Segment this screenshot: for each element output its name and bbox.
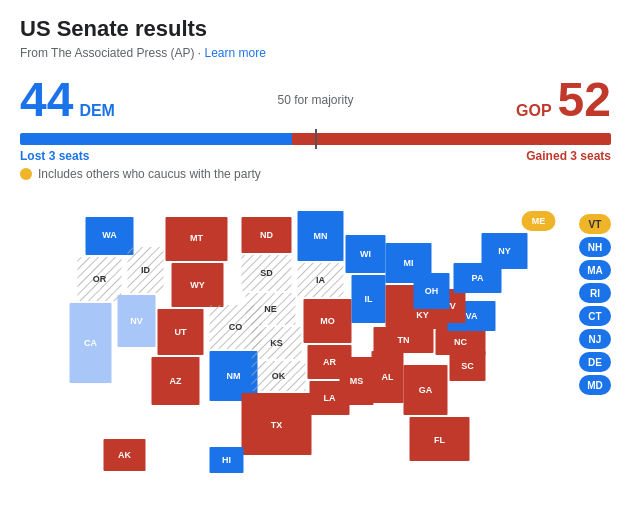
state-WI[interactable] [346,235,386,273]
majority-line [315,129,317,149]
state-MN[interactable] [298,211,344,261]
state-CA[interactable] [70,303,112,383]
state-NE[interactable] [246,293,296,325]
score-row: 44 DEM 50 for majority GOP 52 [20,72,611,127]
state-MT[interactable] [166,217,228,261]
gop-score: GOP 52 [516,72,611,127]
state-NV[interactable] [118,295,156,347]
gop-seats-label: Gained 3 seats [526,149,611,163]
state-DE-pill[interactable]: DE [579,352,611,372]
state-IA[interactable] [298,263,344,297]
state-SC[interactable] [450,351,486,381]
dem-seats-label: Lost 3 seats [20,149,89,163]
state-MI[interactable] [386,243,432,283]
state-MA-pill[interactable]: MA [579,260,611,280]
state-AZ[interactable] [152,357,200,405]
legend-text: Includes others who caucus with the part… [38,167,261,181]
state-GA[interactable] [404,365,448,415]
state-FL[interactable] [410,417,470,461]
state-WA[interactable] [86,217,134,255]
state-NJ-pill[interactable]: NJ [579,329,611,349]
majority-label: 50 for majority [277,93,353,107]
source-text: From The Associated Press (AP) · [20,46,205,60]
legend-dot-icon [20,168,32,180]
state-UT[interactable] [158,309,204,355]
state-IL[interactable] [352,275,386,323]
gop-bar [292,133,611,145]
state-TX[interactable] [242,393,312,455]
state-TN[interactable] [374,327,434,353]
us-map: WA OR CA ID NV MT WY UT AZ [20,189,611,499]
state-SD[interactable] [242,255,292,291]
state-MO[interactable] [304,299,352,343]
state-OR[interactable] [78,257,122,301]
state-NY[interactable] [482,233,528,269]
state-HI[interactable] [210,447,244,473]
state-ID[interactable] [128,247,164,293]
learn-more-link[interactable]: Learn more [205,46,266,60]
seats-row: Lost 3 seats Gained 3 seats [20,149,611,163]
state-NH-pill[interactable]: NH [579,237,611,257]
page-container: US Senate results From The Associated Pr… [20,16,611,499]
gop-label: GOP [516,102,552,120]
state-CT-pill[interactable]: CT [579,306,611,326]
dem-score: 44 DEM [20,72,115,127]
state-MS[interactable] [340,357,374,405]
eastern-states-list: VT NH MA RI CT NJ DE MD [579,209,611,395]
legend: Includes others who caucus with the part… [20,167,611,181]
state-AL[interactable] [372,351,404,403]
page-title: US Senate results [20,16,611,42]
dem-label: DEM [79,102,115,120]
state-VT-pill[interactable]: VT [579,214,611,234]
dem-bar [20,133,292,145]
state-MD-pill[interactable]: MD [579,375,611,395]
progress-bar-container [20,133,611,145]
state-KS[interactable] [252,327,302,359]
state-ND[interactable] [242,217,292,253]
map-container: WA OR CA ID NV MT WY UT AZ [20,189,611,499]
source-line: From The Associated Press (AP) · Learn m… [20,46,611,60]
state-AK[interactable] [104,439,146,471]
dem-number: 44 [20,72,73,127]
state-RI-pill[interactable]: RI [579,283,611,303]
state-NC[interactable] [436,329,486,355]
state-ME-pill[interactable] [522,211,556,231]
state-OK[interactable] [252,361,306,391]
gop-number: 52 [558,72,611,127]
state-WY[interactable] [172,263,224,307]
